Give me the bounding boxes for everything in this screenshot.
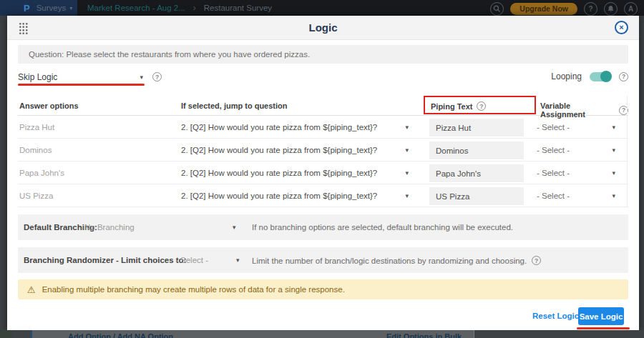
variable-assignment-value: - Select - xyxy=(537,192,570,200)
variable-assignment-value: - Select - xyxy=(537,123,570,131)
warning-text: Enabling multiple branching may create m… xyxy=(42,285,345,294)
table-row: Dominos 2. [Q2] How would you rate pizza… xyxy=(18,139,628,161)
question-text: Question: Please select the restaurants … xyxy=(29,50,310,59)
annotation-underline-save-logic xyxy=(577,327,630,329)
looping-label: Looping xyxy=(551,71,582,81)
logic-table-header: Answer options If selected, jump to ques… xyxy=(18,96,628,116)
warning-banner: ⚠ Enabling multiple branching may create… xyxy=(18,279,628,299)
breadcrumb-current: Restaurant Survey xyxy=(204,4,272,12)
branching-randomizer-help-text: Limit the number of branch/logic destina… xyxy=(252,256,541,265)
notifications-bell-icon[interactable] xyxy=(604,2,618,16)
breadcrumb-parent-link[interactable]: Market Research - Aug 2... xyxy=(87,4,185,12)
caret-down-icon: ▾ xyxy=(612,146,615,154)
caret-down-icon: ▾ xyxy=(405,146,409,154)
branching-randomizer-help-icon[interactable]: ? xyxy=(532,256,541,265)
questionpro-logo: P xyxy=(24,3,30,14)
variable-assignment-value: - Select - xyxy=(537,169,570,177)
piping-text-help-icon[interactable]: ? xyxy=(477,101,486,111)
column-header-answer-options: Answer options xyxy=(19,101,79,110)
surveys-nav-menu[interactable]: P Surveys ▾ xyxy=(0,0,77,16)
dimmed-page-strip: Add Option / Add NA Option Edit Options … xyxy=(0,330,644,338)
jump-to-question-select[interactable]: 2. [Q2] How would you rate pizza from ${… xyxy=(181,192,409,200)
search-icon[interactable] xyxy=(490,2,504,16)
variable-assignment-select[interactable]: - Select - ▾ xyxy=(537,192,615,200)
table-row: Pizza Hut 2. [Q2] How would you rate piz… xyxy=(18,116,628,139)
caret-down-icon: ▾ xyxy=(405,169,409,177)
chevron-down-icon: ▾ xyxy=(69,5,72,11)
close-icon[interactable]: × xyxy=(615,21,628,34)
app-screen: P Surveys ▾ Market Research - Aug 2... ›… xyxy=(0,0,644,338)
caret-down-icon: ▾ xyxy=(612,192,615,199)
branching-randomizer-section: Branching Randomizer - Limit choices to:… xyxy=(18,247,628,273)
caret-down-icon: ▾ xyxy=(405,124,409,131)
surveys-nav-label: Surveys xyxy=(36,4,67,12)
annotation-underline-skip-logic xyxy=(18,84,145,86)
help-icon[interactable]: ? xyxy=(584,2,597,16)
looping-help-icon[interactable]: ? xyxy=(619,72,628,81)
jump-to-question-select[interactable]: 2. [Q2] How would you rate pizza from ${… xyxy=(181,123,409,131)
save-logic-button[interactable]: Save Logic xyxy=(578,307,624,325)
warning-triangle-icon: ⚠ xyxy=(27,284,36,295)
default-branching-help-text: If no branching options are selected, de… xyxy=(252,223,513,232)
caret-down-icon: ▾ xyxy=(612,124,615,131)
caret-down-icon[interactable]: ▾ xyxy=(236,257,240,264)
dialog-body: Question: Please select the restaurants … xyxy=(7,40,639,329)
piping-text-header-label: Piping Text xyxy=(431,102,472,111)
question-bar: Question: Please select the restaurants … xyxy=(18,45,628,64)
jump-to-question-select[interactable]: 2. [Q2] How would you rate pizza from ${… xyxy=(181,146,409,154)
logic-dialog: Logic × Question: Please select the rest… xyxy=(7,16,639,330)
upgrade-now-button[interactable]: Upgrade Now xyxy=(510,3,577,15)
user-avatar[interactable]: A xyxy=(624,2,638,16)
answer-option-label: Papa John's xyxy=(19,169,64,177)
caret-down-icon: ▾ xyxy=(405,192,409,199)
caret-down-icon: ▾ xyxy=(140,74,143,81)
dialog-title: Logic xyxy=(309,21,338,34)
jump-to-question-value: 2. [Q2] How would you rate pizza from ${… xyxy=(181,169,377,177)
piping-text-input[interactable] xyxy=(429,187,524,205)
branching-randomizer-help-label: Limit the number of branch/logic destina… xyxy=(252,257,527,265)
jump-to-question-select[interactable]: 2. [Q2] How would you rate pizza from ${… xyxy=(181,169,409,177)
breadcrumb: Market Research - Aug 2... › Restaurant … xyxy=(87,0,272,16)
branching-randomizer-label: Branching Randomizer - Limit choices to: xyxy=(24,256,186,264)
table-row: US Pizza 2. [Q2] How would you rate pizz… xyxy=(18,184,628,207)
piping-text-input[interactable] xyxy=(429,119,524,136)
default-branching-select[interactable]: No Branching xyxy=(84,223,135,232)
caret-down-icon: ▾ xyxy=(612,169,615,177)
dimmed-corner-block xyxy=(0,330,12,338)
add-option-link: Add Option / Add NA Option xyxy=(68,332,173,338)
breadcrumb-separator: › xyxy=(193,3,196,13)
jump-to-question-value: 2. [Q2] How would you rate pizza from ${… xyxy=(181,192,377,200)
edit-options-bulk-link: Edit Options in Bulk xyxy=(386,332,462,338)
variable-assignment-select[interactable]: - Select - ▾ xyxy=(537,169,615,177)
skip-logic-help-icon[interactable]: ? xyxy=(152,72,162,81)
dimmed-question-accent-line xyxy=(31,330,32,338)
search-icon-glyph xyxy=(493,5,501,13)
default-branching-section: Default Branching: No Branching ▾ If no … xyxy=(18,214,628,240)
caret-down-icon[interactable]: ▾ xyxy=(233,224,236,231)
looping-control: Looping ? xyxy=(551,71,628,81)
reset-logic-link[interactable]: Reset Logic xyxy=(532,312,579,320)
app-topbar: P Surveys ▾ Market Research - Aug 2... ›… xyxy=(0,0,644,16)
column-header-jump-to-question: If selected, jump to question xyxy=(181,101,288,110)
piping-text-input[interactable] xyxy=(429,141,524,159)
variable-assignment-select[interactable]: - Select - ▾ xyxy=(537,146,615,154)
logic-type-select[interactable]: Skip Logic ▾ xyxy=(18,71,143,84)
dialog-header: Logic × xyxy=(7,16,639,40)
variable-assignment-select[interactable]: - Select - ▾ xyxy=(537,123,615,131)
answer-option-label: Pizza Hut xyxy=(19,123,54,131)
column-header-piping-text: Piping Text ? xyxy=(431,101,486,111)
piping-text-input[interactable] xyxy=(429,164,524,182)
branching-randomizer-select[interactable]: - Select - xyxy=(175,256,208,264)
bell-icon-glyph xyxy=(607,5,615,13)
table-row: Papa John's 2. [Q2] How would you rate p… xyxy=(18,161,628,184)
topbar-actions: Upgrade Now ? A xyxy=(490,1,638,16)
answer-option-label: Dominos xyxy=(19,146,52,154)
answer-option-label: US Pizza xyxy=(19,192,53,200)
looping-toggle[interactable] xyxy=(590,72,611,81)
logic-type-value: Skip Logic xyxy=(18,72,57,82)
jump-to-question-value: 2. [Q2] How would you rate pizza from ${… xyxy=(181,146,377,154)
variable-assignment-value: - Select - xyxy=(537,146,570,154)
jump-to-question-value: 2. [Q2] How would you rate pizza from ${… xyxy=(181,123,377,131)
logic-table-rows: Pizza Hut 2. [Q2] How would you rate piz… xyxy=(18,116,628,207)
drag-handle-icon[interactable] xyxy=(19,22,28,35)
